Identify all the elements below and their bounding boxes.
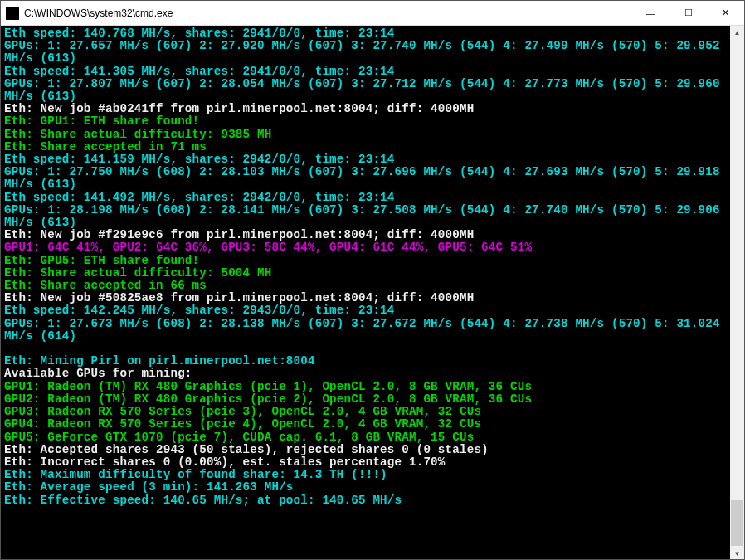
console-line: Eth: Mining Pirl on pirl.minerpool.net:8… xyxy=(4,354,315,368)
console-line: GPU2: Radeon (TM) RX 480 Graphics (pcie … xyxy=(4,392,532,406)
console-line: GPUs: 1: 27.807 MH/s (607) 2: 28.054 MH/… xyxy=(4,77,727,103)
titlebar[interactable]: C:\WINDOWS\system32\cmd.exe — ☐ ✕ xyxy=(1,1,744,26)
scroll-down-icon[interactable]: ▼ xyxy=(730,547,744,560)
window-title: C:\WINDOWS\system32\cmd.exe xyxy=(24,7,632,19)
console-line: Eth: Incorrect shares 0 (0.00%), est. st… xyxy=(4,455,446,469)
console-line: Eth: Share accepted in 71 ms xyxy=(4,140,207,153)
console-line: Eth: Share actual difficulty: 5004 MH xyxy=(4,266,271,280)
console-line: GPUs: 1: 28.198 MH/s (608) 2: 28.141 MH/… xyxy=(4,203,727,229)
console-wrap: Eth speed: 140.768 MH/s, shares: 2941/0/… xyxy=(1,26,744,560)
console-line: Eth: GPU5: ETH share found! xyxy=(4,254,199,267)
console-line: Eth: GPU1: ETH share found! xyxy=(4,114,199,128)
console-line: Eth speed: 141.305 MH/s, shares: 2941/0/… xyxy=(4,65,395,78)
console-line: GPU4: Radeon RX 570 Series (pcie 4), Ope… xyxy=(4,417,481,431)
scroll-up-icon[interactable]: ▲ xyxy=(730,26,744,40)
console-line: Eth: Maximum difficulty of found share: … xyxy=(4,468,387,481)
console-output[interactable]: Eth speed: 140.768 MH/s, shares: 2941/0/… xyxy=(1,26,731,560)
console-line: Eth: New job #ab0241ff from pirl.minerpo… xyxy=(4,102,474,115)
console-line: GPU1: Radeon (TM) RX 480 Graphics (pcie … xyxy=(4,380,532,393)
close-button[interactable]: ✕ xyxy=(707,1,744,25)
scroll-thumb[interactable] xyxy=(731,500,743,546)
console-line: GPU3: Radeon RX 570 Series (pcie 3), Ope… xyxy=(4,405,481,418)
cmd-icon xyxy=(6,7,19,20)
scroll-track[interactable] xyxy=(730,40,744,547)
maximize-button[interactable]: ☐ xyxy=(670,1,707,25)
console-line: Eth: Average speed (3 min): 141.263 MH/s xyxy=(4,480,294,494)
console-line: Eth: Share accepted in 66 ms xyxy=(4,279,207,292)
console-line: Eth: Accepted shares 2943 (50 stales), r… xyxy=(4,443,489,456)
minimize-button[interactable]: — xyxy=(632,1,670,25)
scrollbar[interactable]: ▲ ▼ xyxy=(730,26,744,560)
console-line: GPUs: 1: 27.673 MH/s (608) 2: 28.138 MH/… xyxy=(4,317,727,343)
console-line: Eth speed: 141.492 MH/s, shares: 2942/0/… xyxy=(4,191,395,204)
console-line: Eth speed: 141.159 MH/s, shares: 2942/0/… xyxy=(4,153,395,166)
console-line: Eth: Effective speed: 140.65 MH/s; at po… xyxy=(4,494,402,507)
console-line: Eth speed: 140.768 MH/s, shares: 2941/0/… xyxy=(4,27,395,40)
console-line: Eth: New job #f291e9c6 from pirl.minerpo… xyxy=(4,228,474,241)
console-line: Available GPUs for mining: xyxy=(4,367,192,380)
console-line: GPU1: 64C 41%, GPU2: 64C 36%, GPU3: 58C … xyxy=(4,241,532,254)
console-line: GPU5: GeForce GTX 1070 (pcie 7), CUDA ca… xyxy=(4,431,474,444)
console-line: Eth speed: 142.245 MH/s, shares: 2943/0/… xyxy=(4,304,395,317)
console-line xyxy=(4,342,12,355)
console-line: GPUs: 1: 27.750 MH/s (608) 2: 28.103 MH/… xyxy=(4,165,727,191)
console-line: Eth: Share actual difficulty: 9385 MH xyxy=(4,128,271,141)
console-line: GPUs: 1: 27.657 MH/s (607) 2: 27.920 MH/… xyxy=(4,39,727,65)
console-line: Eth: New job #50825ae8 from pirl.minerpo… xyxy=(4,291,474,304)
